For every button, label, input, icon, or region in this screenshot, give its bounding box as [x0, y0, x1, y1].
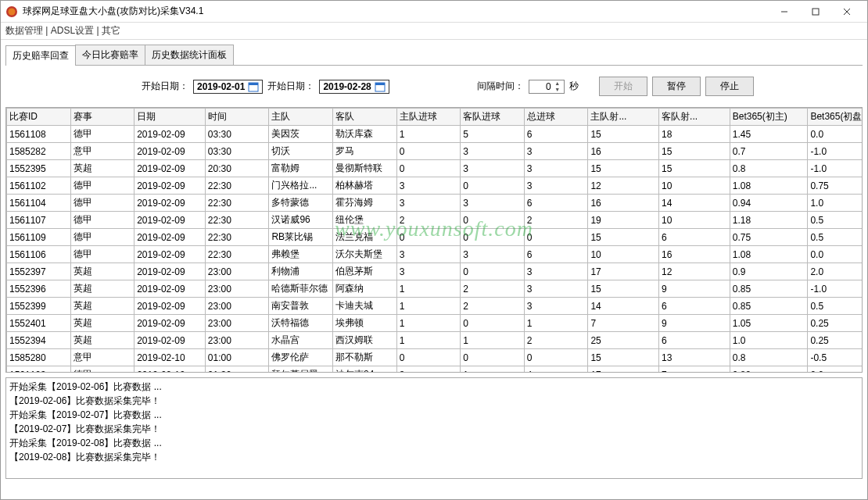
table-cell: 0 — [396, 143, 461, 160]
tab-history-odds[interactable]: 历史赔率回查 — [5, 45, 76, 66]
calendar-icon — [248, 81, 259, 92]
table-cell: 3 — [396, 263, 461, 280]
table-cell: 6 — [659, 229, 730, 246]
table-cell: 1.45 — [730, 126, 808, 143]
table-row[interactable]: 1561103德甲2019-02-1001:30拜仁慕尼黑沙尔克04314177… — [7, 366, 863, 373]
col-header[interactable]: 主队射... — [588, 109, 659, 126]
col-header[interactable]: 主队 — [269, 109, 333, 126]
table-cell: 0.82 — [730, 366, 808, 373]
start-date-input[interactable]: 2019-02-01 — [193, 80, 263, 94]
end-date-label: 开始日期： — [267, 80, 314, 93]
log-line: 开始采集【2019-02-08】比赛数据 ... — [9, 436, 859, 450]
table-cell: 1585282 — [7, 143, 71, 160]
table-cell: 7 — [588, 315, 659, 332]
table-cell: 1561107 — [7, 212, 71, 229]
table-cell: 1552396 — [7, 280, 71, 298]
interval-unit: 秒 — [569, 80, 579, 93]
log-line: 开始采集【2019-02-06】比赛数据 ... — [9, 380, 859, 394]
table-cell: 15 — [588, 160, 659, 177]
close-button[interactable] — [831, 3, 863, 20]
table-cell: 2019-02-09 — [135, 229, 206, 246]
table-cell: 23:00 — [205, 315, 269, 332]
menu-item-adsl[interactable]: ADSL设置 — [51, 25, 94, 36]
table-cell: 3 — [524, 298, 588, 315]
end-date-input[interactable]: 2019-02-28 — [319, 80, 389, 94]
table-cell: 2019-02-09 — [135, 212, 206, 229]
table-row[interactable]: 1552397英超2019-02-0923:00利物浦伯恩茅斯30317120.… — [7, 263, 863, 280]
stop-button[interactable]: 停止 — [705, 77, 754, 96]
table-row[interactable]: 1552395英超2019-02-0920:30富勒姆曼彻斯特联03315150… — [7, 160, 863, 177]
table-cell: 1.18 — [730, 212, 808, 229]
table-cell: 10 — [588, 246, 659, 263]
table-cell: 2019-02-09 — [135, 298, 206, 315]
table-cell: 3 — [396, 177, 461, 195]
table-row[interactable]: 1552399英超2019-02-0923:00南安普敦卡迪夫城1231460.… — [7, 298, 863, 315]
col-header[interactable]: 比赛ID — [7, 109, 71, 126]
table-cell: 3 — [524, 280, 588, 298]
table-cell: 0.8 — [730, 160, 808, 177]
table-cell: 10 — [659, 177, 730, 195]
start-button[interactable]: 开始 — [599, 77, 647, 96]
table-cell: 水晶宫 — [269, 332, 333, 349]
pause-button[interactable]: 暂停 — [652, 77, 701, 96]
col-header[interactable]: 主队进球 — [396, 109, 461, 126]
tab-today-odds[interactable]: 今日比赛赔率 — [75, 45, 145, 65]
table-cell: 1.08 — [730, 246, 808, 263]
table-row[interactable]: 1552401英超2019-02-0923:00沃特福德埃弗顿101791.05… — [7, 315, 863, 332]
col-header[interactable]: 赛事 — [70, 109, 135, 126]
table-cell: 23:00 — [205, 280, 269, 298]
col-header[interactable]: 客队射... — [659, 109, 730, 126]
col-header[interactable]: Bet365(初主) — [730, 109, 808, 126]
log-line: 【2019-02-07】比赛数据采集完毕！ — [9, 422, 859, 436]
table-cell: 2.0 — [808, 263, 862, 280]
table-cell: 0 — [461, 349, 525, 366]
table-cell: 03:30 — [205, 143, 269, 160]
table-cell: 1561109 — [7, 229, 71, 246]
table-row[interactable]: 1585282意甲2019-02-0903:30切沃罗马03316150.7-1… — [7, 143, 863, 160]
col-header[interactable]: Bet365(初盘) — [808, 109, 862, 126]
table-row[interactable]: 1552394英超2019-02-0923:00水晶宫西汉姆联1122561.0… — [7, 332, 863, 349]
table-row[interactable]: 1585280意甲2019-02-1001:00佛罗伦萨那不勒斯00015130… — [7, 349, 863, 366]
table-scroll[interactable]: 比赛ID赛事日期时间主队客队主队进球客队进球总进球主队射...客队射...Bet… — [6, 108, 862, 372]
table-cell: 0.9 — [730, 263, 808, 280]
menu-item-data[interactable]: 数据管理 — [5, 25, 43, 36]
table-row[interactable]: 1561108德甲2019-02-0903:30美因茨勒沃库森15615181.… — [7, 126, 863, 143]
tab-stats-panel[interactable]: 历史数据统计面板 — [145, 45, 234, 65]
spinner-up-icon[interactable]: ▲ — [553, 80, 562, 87]
table-cell: 2019-02-09 — [135, 126, 206, 143]
table-cell: 22:30 — [205, 195, 269, 212]
interval-input[interactable]: 0 ▲▼ — [529, 80, 565, 94]
table-cell: 英超 — [70, 263, 135, 280]
table-row[interactable]: 1561104德甲2019-02-0922:30多特蒙德霍芬海姆33616140… — [7, 195, 863, 212]
table-row[interactable]: 1561102德甲2019-02-0922:30门兴格拉...柏林赫塔30312… — [7, 177, 863, 195]
col-header[interactable]: 总进球 — [524, 109, 588, 126]
table-cell: 6 — [659, 332, 730, 349]
table-cell: 纽伦堡 — [333, 212, 397, 229]
table-cell: 那不勒斯 — [333, 349, 397, 366]
table-cell: 1561108 — [7, 126, 71, 143]
maximize-button[interactable] — [800, 3, 831, 20]
data-table-container: 比赛ID赛事日期时间主队客队主队进球客队进球总进球主队射...客队射...Bet… — [5, 107, 863, 373]
table-cell: 1 — [396, 332, 461, 349]
table-cell: 美因茨 — [269, 126, 333, 143]
table-cell: 16 — [659, 246, 730, 263]
log-output[interactable]: 开始采集【2019-02-06】比赛数据 ...【2019-02-06】比赛数据… — [5, 377, 863, 479]
table-row[interactable]: 1561107德甲2019-02-0922:30汉诺威96纽伦堡20219101… — [7, 212, 863, 229]
col-header[interactable]: 日期 — [135, 109, 206, 126]
table-cell: 0.8 — [730, 349, 808, 366]
table-cell: 0.75 — [808, 177, 862, 195]
table-cell: 1 — [461, 332, 525, 349]
table-row[interactable]: 1552396英超2019-02-0923:00哈德斯菲尔德阿森纳1231590… — [7, 280, 863, 298]
menu-item-other[interactable]: 其它 — [102, 25, 120, 36]
table-row[interactable]: 1561106德甲2019-02-0922:30弗赖堡沃尔夫斯堡33610161… — [7, 246, 863, 263]
col-header[interactable]: 时间 — [205, 109, 269, 126]
minimize-button[interactable] — [769, 3, 800, 20]
col-header[interactable]: 客队进球 — [461, 109, 525, 126]
table-cell: 利物浦 — [269, 263, 333, 280]
title-bar: 球探网足球亚盘大小盘(攻防对比)采集V34.1 — [1, 1, 867, 23]
col-header[interactable]: 客队 — [333, 109, 397, 126]
table-row[interactable]: 1561109德甲2019-02-0922:30RB莱比锡法兰克福0001560… — [7, 229, 863, 246]
spinner-down-icon[interactable]: ▼ — [553, 87, 562, 93]
table-cell: 0.5 — [808, 212, 862, 229]
table-cell: 2019-02-10 — [135, 366, 206, 373]
